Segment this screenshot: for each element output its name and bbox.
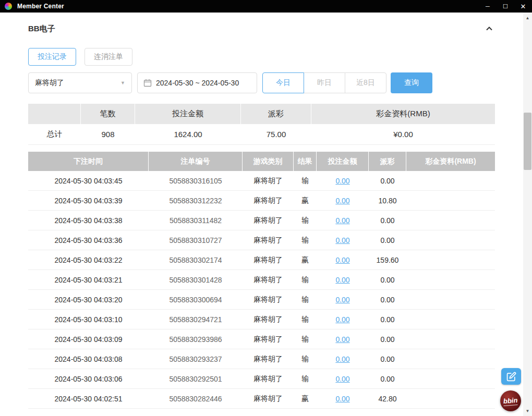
cell-payout: 0.00 (369, 171, 406, 190)
cell-game-type: 麻将胡了 (243, 230, 294, 250)
table-row: 2024-05-30 04:02:51 5058830282446 麻将胡了 赢… (28, 389, 495, 409)
summary-header-blank (28, 104, 81, 124)
scroll-up-icon[interactable]: ▲ (523, 14, 532, 22)
page-title: BB电子 (28, 24, 55, 34)
cell-payout: 0.00 (369, 310, 406, 329)
search-button[interactable]: 查询 (391, 72, 432, 93)
summary-total-bonus: ¥0.00 (311, 124, 495, 144)
cell-result: 输 (294, 171, 317, 190)
cell-bet-amount-link[interactable]: 0.00 (335, 216, 349, 225)
cell-result: 输 (294, 270, 317, 289)
cell-bonus (406, 230, 495, 250)
tab-bet-records[interactable]: 投注记录 (28, 48, 76, 66)
cell-bet-time: 2024-05-30 04:03:36 (28, 230, 149, 250)
app-logo-icon (5, 3, 12, 10)
cell-bet-amount-link[interactable]: 0.00 (335, 256, 349, 264)
summary-total-row: 总计 908 1624.00 75.00 ¥0.00 (28, 124, 495, 145)
cell-bonus (406, 270, 495, 289)
cell-order-no: 5058830311482 (149, 211, 243, 230)
cell-payout: 0.00 (369, 230, 406, 250)
cell-bet-time: 2024-05-30 04:03:06 (28, 369, 149, 388)
summary-header-bonus: 彩金资料(RMB) (311, 104, 495, 124)
close-button[interactable]: ✕ (514, 0, 532, 13)
cell-result: 输 (294, 349, 317, 369)
cell-order-no: 5058830293237 (149, 349, 243, 369)
date-range-value: 2024-05-30 ~ 2024-05-30 (156, 79, 239, 87)
summary-header-payout: 派彩 (241, 104, 311, 124)
feedback-edit-button[interactable] (501, 368, 521, 385)
cell-game-type: 麻将胡了 (243, 171, 294, 190)
table-row: 2024-05-30 04:03:45 5058830316105 麻将胡了 输… (28, 171, 495, 191)
summary-header-count: 笔数 (81, 104, 135, 124)
collapse-panel-button[interactable] (483, 23, 495, 34)
cell-bet-amount-link[interactable]: 0.00 (335, 236, 349, 244)
date-range-picker[interactable]: 2024-05-30 ~ 2024-05-30 (137, 72, 257, 93)
titlebar: Member Center ─ ☐ ✕ (0, 0, 532, 13)
cell-game-type: 麻将胡了 (243, 270, 294, 289)
cell-game-type: 麻将胡了 (243, 211, 294, 230)
header-payout: 派彩 (369, 152, 406, 171)
cell-payout: 159.60 (369, 250, 406, 270)
table-row: 2024-05-30 04:03:20 5058830300694 麻将胡了 输… (28, 290, 495, 310)
record-tabs: 投注记录 连消注单 (28, 48, 495, 66)
game-select-value: 麻将胡了 (35, 78, 64, 88)
cell-bonus (406, 349, 495, 369)
vertical-scrollbar[interactable]: ▲ ▼ (523, 13, 532, 416)
main-content: BB电子 投注记录 连消注单 麻将胡了 ▼ (0, 13, 523, 416)
table-row: 2024-05-30 04:03:10 5058830294721 麻将胡了 输… (28, 310, 495, 329)
summary-total-bet: 1624.00 (135, 124, 241, 144)
cell-bet-amount-link[interactable]: 0.00 (335, 395, 349, 403)
cell-bet-amount-link[interactable]: 0.00 (335, 276, 349, 284)
cell-result: 赢 (294, 191, 317, 210)
bbin-logo-button[interactable]: bbin (500, 390, 521, 411)
quick-today-button[interactable]: 今日 (262, 72, 304, 93)
table-row: 2024-05-30 04:03:21 5058830301428 麻将胡了 输… (28, 270, 495, 290)
cell-result: 输 (294, 211, 317, 230)
summary-total-label: 总计 (28, 124, 81, 144)
pencil-square-icon (506, 372, 516, 382)
cell-game-type: 麻将胡了 (243, 389, 294, 408)
bet-records-table: 下注时间 注单编号 游戏类别 结果 投注金额 派彩 彩金资料(RMB) 2024… (28, 152, 495, 409)
table-row: 2024-05-30 04:03:22 5058830302174 麻将胡了 赢… (28, 250, 495, 270)
cell-payout: 10.80 (369, 191, 406, 210)
cell-bet-amount-link[interactable]: 0.00 (335, 315, 349, 324)
cell-order-no: 5058830310727 (149, 230, 243, 250)
cell-bet-amount-link[interactable]: 0.00 (335, 335, 349, 344)
cell-bet-time: 2024-05-30 04:02:51 (28, 389, 149, 408)
cell-bet-time: 2024-05-30 04:03:45 (28, 171, 149, 190)
cell-bonus (406, 250, 495, 270)
cell-bet-amount-link[interactable]: 0.00 (335, 355, 349, 363)
quick-yesterday-button[interactable]: 昨日 (304, 72, 345, 93)
cell-bonus (406, 171, 495, 190)
cell-result: 输 (294, 290, 317, 309)
cell-bet-amount-link[interactable]: 0.00 (335, 177, 349, 185)
cell-bet-amount-link[interactable]: 0.00 (335, 375, 349, 383)
filter-bar: 麻将胡了 ▼ 2024-05-30 ~ 2024-05-30 今日 昨日 近8日… (28, 72, 495, 93)
scrollbar-thumb[interactable] (524, 113, 531, 170)
cell-payout: 0.00 (369, 290, 406, 309)
header-bonus: 彩金资料(RMB) (406, 152, 495, 171)
tab-cancelled-orders[interactable]: 连消注单 (84, 48, 132, 66)
cell-result: 赢 (294, 250, 317, 270)
cell-bet-time: 2024-05-30 04:03:22 (28, 250, 149, 270)
cell-game-type: 麻将胡了 (243, 191, 294, 210)
table-row: 2024-05-30 04:03:06 5058830292501 麻将胡了 输… (28, 369, 495, 389)
quick-last8days-button[interactable]: 近8日 (345, 72, 386, 93)
header-result: 结果 (294, 152, 317, 171)
cell-bet-amount-link[interactable]: 0.00 (335, 296, 349, 304)
cell-result: 输 (294, 369, 317, 388)
maximize-button[interactable]: ☐ (497, 0, 514, 13)
table-row: 2024-05-30 04:03:38 5058830311482 麻将胡了 输… (28, 211, 495, 230)
cell-bet-time: 2024-05-30 04:03:10 (28, 310, 149, 329)
minimize-button[interactable]: ─ (479, 0, 497, 13)
cell-game-type: 麻将胡了 (243, 369, 294, 388)
table-row: 2024-05-30 04:03:39 5058830312232 麻将胡了 赢… (28, 191, 495, 211)
cell-bet-time: 2024-05-30 04:03:39 (28, 191, 149, 210)
cell-game-type: 麻将胡了 (243, 310, 294, 329)
summary-header-bet: 投注金额 (135, 104, 241, 124)
game-select[interactable]: 麻将胡了 ▼ (28, 72, 132, 93)
cell-order-no: 5058830302174 (149, 250, 243, 270)
cell-bet-amount-link[interactable]: 0.00 (335, 197, 349, 205)
scroll-down-icon[interactable]: ▼ (523, 407, 532, 415)
summary-table: 笔数 投注金额 派彩 彩金资料(RMB) 总计 908 1624.00 75.0… (28, 104, 495, 145)
